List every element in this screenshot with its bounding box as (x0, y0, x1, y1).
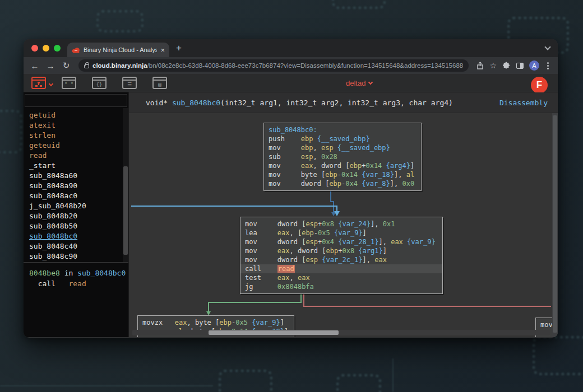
instruction-row[interactable]: movdword [esp {var_2c_1}], eax (245, 255, 438, 264)
minimize-window-button[interactable] (43, 45, 49, 52)
operand-token[interactable]: {var_2c_1} (322, 256, 362, 264)
forward-button[interactable]: → (44, 61, 57, 71)
operand-token[interactable]: {var_24} (338, 220, 371, 228)
sidebar-scrollbar[interactable] (123, 108, 128, 262)
function-list-item[interactable]: sub_8048b50 (29, 221, 128, 231)
operand-token[interactable]: {arg1} (358, 247, 382, 255)
graph-view-icon[interactable] (31, 77, 46, 89)
binary-selector[interactable]: deltad (346, 79, 372, 87)
graph-horizontal-scrollbar[interactable] (132, 330, 550, 335)
function-list-item[interactable]: _start (29, 161, 128, 171)
browser-tab[interactable]: Binary Ninja Cloud - Analysis × (67, 43, 169, 57)
tab-list-chevron-icon[interactable] (544, 44, 550, 50)
edge-false-branch (303, 306, 551, 307)
instruction-row[interactable]: callread (240, 264, 442, 273)
function-list-item[interactable]: getuid (29, 110, 128, 120)
instruction-row[interactable]: moveax, dword [ebp+0x14 {arg4}] (269, 161, 417, 170)
instruction-row[interactable]: moveax, dword [ebp+0x8 {arg1}] (245, 246, 438, 255)
sidebar-scrollbar-thumb[interactable] (123, 166, 128, 255)
mnemonic: mov (245, 246, 277, 255)
operand-token[interactable]: 0x14 (365, 162, 382, 170)
graph-horizontal-scrollbar-thumb[interactable] (209, 330, 339, 335)
strings-view-icon[interactable]: " " (62, 77, 76, 89)
operand-token[interactable]: 0x14 (341, 171, 358, 179)
browser-menu-icon[interactable] (547, 65, 549, 67)
strings-glyph: " " (63, 81, 75, 88)
operand-token[interactable]: {var_9} (252, 319, 280, 326)
url-text: cloud.binary.ninja/bn/08c2e8cb-63d8-4008… (92, 62, 463, 69)
operand-token[interactable]: 0x4 (322, 238, 334, 246)
instruction-row[interactable]: leaeax, [ebp-0x5 {var_9}] (245, 228, 438, 237)
basic-block-loop-body[interactable]: movdword [esp+0x8 {var_24}], 0x1leaeax, … (240, 217, 443, 294)
function-list-item[interactable]: strlen (29, 130, 128, 141)
operand-token[interactable]: 0x5 (235, 319, 248, 326)
function-list-item[interactable]: sub_8048a60 (29, 171, 128, 181)
operand-token[interactable]: {var_9} (334, 229, 363, 237)
instruction-row[interactable]: movdword [esp+0x4 {var_28_1}], eax {var_… (245, 237, 438, 246)
operand-token[interactable]: {var_28_1} (338, 238, 378, 246)
browser-profile-avatar[interactable]: A (529, 60, 539, 71)
instruction-row[interactable]: movebp, esp {__saved_ebp} (269, 143, 417, 152)
basic-block-entry[interactable]: sub_8048bc0:pushebp {__saved_ebp}movebp,… (263, 123, 422, 191)
control-flow-graph[interactable]: sub_8048bc0:pushebp {__saved_ebp}movebp,… (129, 113, 558, 337)
instruction-row[interactable]: subesp, 0x28 (269, 152, 417, 161)
sig-function-name[interactable]: sub_8048bc0 (172, 99, 220, 107)
instruction-row[interactable]: movzxeax, byte [ebp-0x5 {var_9}] (142, 318, 289, 327)
back-button[interactable]: ← (28, 61, 41, 71)
operand-token[interactable]: 0x5 (318, 229, 330, 237)
graph-vertical-scrollbar[interactable] (552, 113, 558, 337)
view-mode-label[interactable]: Disassembly (499, 99, 548, 107)
function-list-item[interactable]: geteuid (29, 141, 128, 151)
operand-token: dword [ (277, 220, 306, 228)
operand-token[interactable]: 0x8 (342, 247, 354, 255)
user-avatar[interactable]: F (531, 77, 548, 94)
operand-token: ] (363, 229, 367, 237)
function-list-item[interactable]: sub_8048d00 (29, 262, 128, 262)
function-filter-input[interactable] (25, 94, 127, 107)
instruction-row[interactable]: movdword [esp+0x8 {var_24}], 0x1 (245, 220, 438, 228)
close-window-button[interactable] (31, 45, 38, 52)
operand-token[interactable]: {var_8} (362, 180, 390, 188)
operand-token[interactable]: {var_9} (407, 238, 436, 246)
graph-vertical-scrollbar-thumb[interactable] (553, 115, 557, 333)
function-list-item[interactable]: j_sub_8048b20 (29, 201, 128, 211)
operand-token[interactable]: {var_18} (362, 171, 394, 179)
operand-token[interactable]: {__saved_ebp} (337, 144, 390, 152)
instruction-row[interactable]: jg0x8048bfa (245, 282, 438, 291)
function-list-item[interactable]: read (29, 151, 128, 161)
highlighted-call-target[interactable]: read (277, 265, 295, 273)
operand-token[interactable]: 0x4 (345, 180, 358, 188)
function-list-item[interactable]: sub_8048b20 (29, 211, 128, 221)
function-list-item[interactable]: sub_8048c90 (29, 251, 128, 262)
bookmark-star-icon[interactable]: ☆ (489, 61, 497, 70)
share-icon[interactable] (476, 62, 484, 69)
instruction-row[interactable]: movbyte [ebp-0x14 {var_18}], al (269, 170, 417, 179)
function-list-item[interactable]: sub_8048c40 (29, 241, 128, 251)
url-bar[interactable]: cloud.binary.ninja/bn/08c2e8cb-63d8-4008… (78, 59, 469, 72)
side-panel-icon[interactable] (516, 63, 524, 69)
operand-token[interactable]: 0x0 (402, 180, 414, 188)
tab-close-icon[interactable]: × (160, 46, 165, 54)
pseudocode-view-icon[interactable]: {} (92, 77, 107, 89)
view-switch-chevron-icon[interactable] (49, 82, 53, 86)
operand-token[interactable]: 0x8048bfa (277, 283, 314, 291)
operand-token[interactable]: 0x28 (321, 153, 337, 161)
hex-view-icon[interactable]: ▤ (152, 77, 167, 89)
operand-token[interactable]: 0x8 (322, 220, 334, 228)
instruction-row[interactable]: movdword [ebp-0x4 {var_8}], 0x0 (269, 179, 417, 188)
circuit-decoration (96, 10, 144, 32)
function-list-item[interactable]: atexit (29, 120, 128, 130)
function-list-item[interactable]: sub_8048bc0 (29, 231, 128, 241)
function-list-item[interactable]: sub_8048ac0 (29, 191, 128, 201)
operand-token[interactable]: {__saved_ebp} (317, 135, 370, 143)
function-list-item[interactable]: sub_8048a90 (29, 181, 128, 191)
instruction-row[interactable]: pushebp {__saved_ebp} (269, 134, 417, 143)
linear-view-icon[interactable]: ☰ (122, 77, 137, 89)
operand-token[interactable]: {arg4} (386, 162, 410, 170)
maximize-window-button[interactable] (54, 45, 61, 52)
operand-token[interactable]: 0x1 (383, 220, 395, 228)
extensions-puzzle-icon[interactable] (502, 62, 511, 70)
new-tab-button[interactable]: + (176, 43, 182, 54)
reload-button[interactable]: ↻ (59, 60, 73, 71)
instruction-row[interactable]: testeax, eax (245, 273, 438, 282)
